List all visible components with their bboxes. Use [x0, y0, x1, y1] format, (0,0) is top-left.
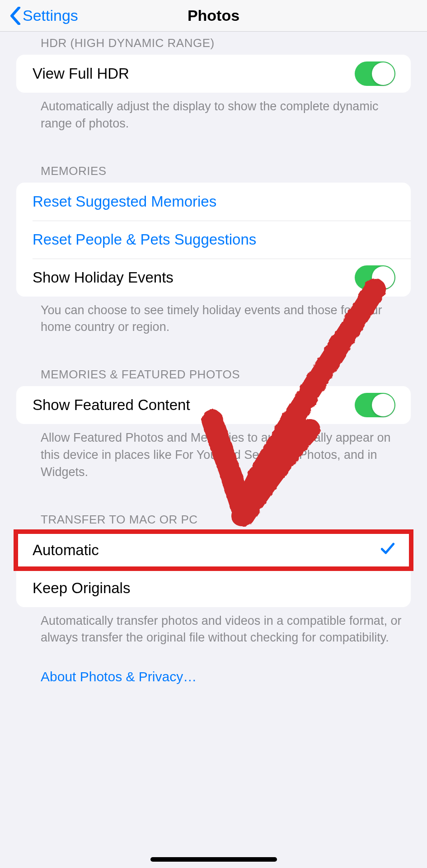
- toggle-show-holiday-events[interactable]: [355, 265, 395, 290]
- toggle-view-full-hdr[interactable]: [355, 61, 395, 86]
- row-show-featured-content[interactable]: Show Featured Content: [16, 386, 411, 424]
- row-view-full-hdr[interactable]: View Full HDR: [16, 55, 411, 93]
- toggle-show-featured-content[interactable]: [355, 393, 395, 417]
- checkmark-icon: [380, 541, 395, 560]
- group-hdr: View Full HDR: [16, 55, 411, 93]
- back-button[interactable]: Settings: [9, 0, 78, 31]
- section-header-transfer: TRANSFER TO MAC OR PC: [0, 486, 427, 531]
- section-header-memories: MEMORIES: [0, 137, 427, 183]
- section-footer-transfer: Automatically transfer photos and videos…: [0, 607, 427, 651]
- row-label: Keep Originals: [33, 580, 130, 597]
- row-label: View Full HDR: [33, 65, 129, 82]
- about-photos-privacy-link[interactable]: About Photos & Privacy…: [0, 651, 427, 689]
- page-title: Photos: [188, 7, 239, 24]
- section-footer-memories: You can choose to see timely holiday eve…: [0, 297, 427, 341]
- row-label: Reset Suggested Memories: [33, 193, 216, 210]
- chevron-left-icon: [9, 7, 22, 25]
- back-label: Settings: [23, 7, 78, 24]
- row-label: Show Featured Content: [33, 396, 190, 414]
- group-featured: Show Featured Content: [16, 386, 411, 424]
- nav-bar: Settings Photos: [0, 0, 427, 32]
- row-show-holiday-events[interactable]: Show Holiday Events: [16, 259, 411, 297]
- row-transfer-keep-originals[interactable]: Keep Originals: [16, 569, 411, 607]
- section-header-featured: MEMORIES & FEATURED PHOTOS: [0, 340, 427, 386]
- row-reset-people-pets[interactable]: Reset People & Pets Suggestions: [16, 221, 411, 259]
- settings-content: HDR (HIGH DYNAMIC RANGE) View Full HDR A…: [0, 32, 427, 716]
- group-transfer: Automatic Keep Originals: [16, 531, 411, 607]
- row-label: Reset People & Pets Suggestions: [33, 231, 256, 248]
- section-footer-featured: Allow Featured Photos and Memories to au…: [0, 424, 427, 485]
- home-indicator[interactable]: [150, 857, 277, 862]
- row-label: Automatic: [33, 542, 99, 559]
- section-footer-hdr: Automatically adjust the display to show…: [0, 93, 427, 137]
- group-memories: Reset Suggested Memories Reset People & …: [16, 183, 411, 297]
- row-reset-suggested-memories[interactable]: Reset Suggested Memories: [16, 183, 411, 221]
- row-label: Show Holiday Events: [33, 269, 174, 286]
- row-transfer-automatic[interactable]: Automatic: [16, 531, 411, 569]
- section-header-hdr: HDR (HIGH DYNAMIC RANGE): [0, 32, 427, 55]
